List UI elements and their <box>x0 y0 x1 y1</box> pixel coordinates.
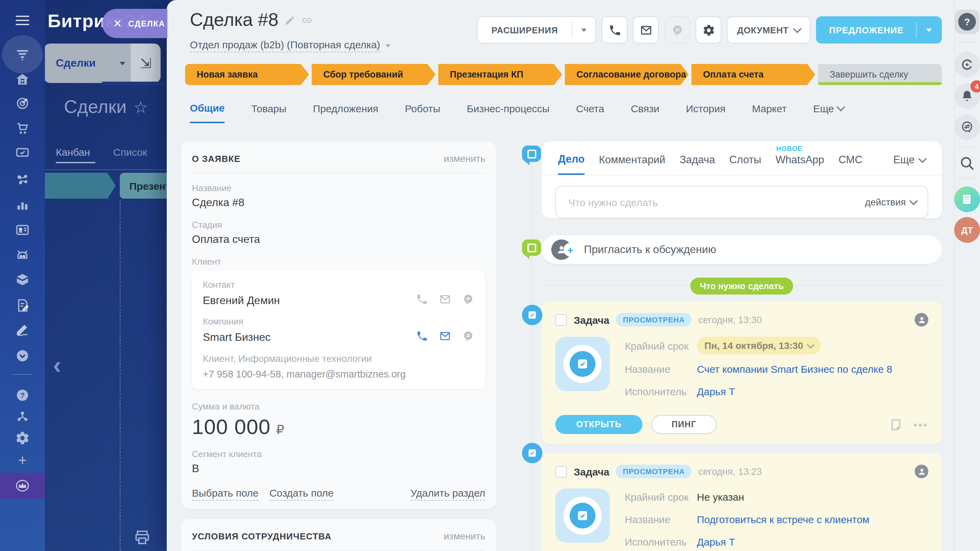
tab-bizproc[interactable]: Бизнес-процессы <box>467 102 550 123</box>
crm-funnel-icon[interactable] <box>15 47 30 62</box>
contact-card-icon[interactable] <box>15 222 30 237</box>
select-field-link[interactable]: Выбрать поле <box>192 487 259 501</box>
chat-1c-button[interactable] <box>664 16 690 43</box>
kanban-column-header[interactable] <box>42 173 116 198</box>
note-icon[interactable] <box>889 418 902 431</box>
segment-value[interactable]: B <box>192 462 485 475</box>
stream-tab-comment[interactable]: Комментарий <box>599 154 665 174</box>
view-kanban[interactable]: Канбан <box>56 146 90 158</box>
proposal-button[interactable]: ПРЕДЛОЖЕНИЕ <box>816 16 942 43</box>
expand-corner-icon[interactable]: ⇲ <box>130 43 161 83</box>
stream-tab-more[interactable]: Еще <box>893 154 926 174</box>
open-task-button[interactable]: ОТКРЫТЬ <box>555 415 643 434</box>
printer-icon[interactable] <box>134 529 151 548</box>
signature-icon[interactable] <box>15 323 30 338</box>
company-phone-icon[interactable] <box>416 330 428 342</box>
stage-close-deal[interactable]: Завершить сделку <box>818 64 942 85</box>
target-marketing-icon[interactable] <box>15 96 30 111</box>
copilot-icon[interactable] <box>954 52 980 78</box>
sites-monitor-icon[interactable] <box>15 146 30 160</box>
task-checkbox[interactable] <box>555 465 567 477</box>
stage-invoice[interactable]: Оплата счета <box>692 64 815 85</box>
task-assignee-link[interactable]: Дарья Т <box>697 385 735 397</box>
deal-amount[interactable]: 100 000 <box>192 415 270 440</box>
delete-section-link[interactable]: Удалить раздел <box>410 487 485 501</box>
call-phone-button[interactable] <box>601 16 627 43</box>
composer-input[interactable] <box>567 195 865 208</box>
stream-tab-whatsapp[interactable]: НОВОЕ WhatsApp <box>775 154 824 174</box>
task-assignee-link[interactable]: Дарья Т <box>697 536 735 547</box>
stream-tab-task[interactable]: Задача <box>679 154 715 174</box>
stage-presentation[interactable]: Презентация КП <box>438 64 562 85</box>
tab-quotes[interactable]: Предложения <box>313 102 379 123</box>
slideover-deal-tab[interactable]: ✕ СДЕЛКА <box>102 9 167 38</box>
extensions-dropdown[interactable] <box>572 28 595 32</box>
help-question-icon[interactable]: ? <box>15 388 30 403</box>
shop-cart-icon[interactable] <box>15 121 30 136</box>
company-chat-icon[interactable] <box>462 330 474 342</box>
settings-gear-button[interactable] <box>695 16 721 43</box>
help-button[interactable]: ? <box>955 10 979 34</box>
add-plus-icon[interactable]: + <box>15 453 30 468</box>
contact-chat-icon[interactable] <box>462 293 474 305</box>
notifications-bell-icon[interactable]: 4 <box>954 83 980 109</box>
company-email-icon[interactable] <box>439 330 451 342</box>
warehouse-icon[interactable] <box>15 72 30 87</box>
create-field-link[interactable]: Создать поле <box>269 487 334 501</box>
todo-pill[interactable]: Что нужно сделать <box>690 278 794 295</box>
tab-links[interactable]: Связи <box>631 102 659 123</box>
about-edit-link[interactable]: изменить <box>444 153 485 164</box>
client-contacts-text[interactable]: +7 958 100-94-58, manager@smartbiznes.or… <box>203 369 474 380</box>
contact-name[interactable]: Евгений Демин <box>203 295 280 307</box>
copy-link-icon[interactable] <box>301 14 312 25</box>
edit-pencil-icon[interactable] <box>285 14 295 25</box>
more-dots-icon[interactable]: ••• <box>913 419 928 430</box>
proposal-dropdown[interactable] <box>917 28 941 32</box>
field-name-value[interactable]: Сделка #8 <box>192 197 485 209</box>
task-author-avatar[interactable] <box>915 313 928 327</box>
company-name[interactable]: Smart Бизнес <box>203 331 270 343</box>
collapse-panel-chevron[interactable]: ‹ <box>53 351 61 380</box>
tab-robots[interactable]: Роботы <box>405 102 440 123</box>
email-button[interactable] <box>633 16 659 43</box>
task-name-link[interactable]: Подготовиться к встрече с клиентом <box>697 513 869 525</box>
user-avatar[interactable]: ДТ <box>954 217 980 243</box>
task-name-link[interactable]: Счет компании Smart Бизнес по сделке 8 <box>697 363 892 375</box>
robot-automation-icon[interactable] <box>15 247 30 262</box>
deals-breadcrumb-chip[interactable]: Сделки ⇲ <box>43 43 161 83</box>
extensions-button[interactable]: РАСШИРЕНИЯ <box>477 16 596 43</box>
sitemap-icon[interactable] <box>15 409 30 424</box>
pipeline-selector[interactable]: Отдел продаж (b2b) (Повторная сделка) <box>190 39 390 52</box>
field-stage-value[interactable]: Оплата счета <box>192 233 485 246</box>
network-share-icon[interactable] <box>15 172 30 187</box>
tab-invoices[interactable]: Счета <box>576 102 605 123</box>
contact-phone-icon[interactable] <box>416 293 428 305</box>
star-icon[interactable]: ☆ <box>134 98 148 116</box>
tab-market[interactable]: Маркет <box>752 102 787 123</box>
task-checkbox[interactable] <box>555 314 567 326</box>
contact-email-icon[interactable] <box>439 293 451 305</box>
clock-history-icon[interactable] <box>15 348 30 363</box>
stage-new-request[interactable]: Новая заявка <box>185 64 309 85</box>
analytics-chart-icon[interactable] <box>15 197 30 212</box>
search-icon[interactable] <box>959 155 975 171</box>
composer-actions[interactable]: действия <box>865 197 917 208</box>
tab-products[interactable]: Товары <box>251 102 286 123</box>
invite-row[interactable]: + Пригласить к обсуждению <box>542 235 942 264</box>
tab-history[interactable]: История <box>686 102 725 123</box>
document-edit-icon[interactable] <box>15 298 30 313</box>
news-feed-icon[interactable] <box>954 186 980 212</box>
document-button[interactable]: ДОКУМЕНТ <box>727 16 811 43</box>
view-list[interactable]: Список <box>113 146 147 158</box>
stream-tab-activity[interactable]: Дело <box>558 153 585 175</box>
stream-tab-slots[interactable]: Слоты <box>729 154 761 174</box>
messenger-icon[interactable] <box>954 114 980 140</box>
cube-box-icon[interactable] <box>15 272 30 287</box>
tab-more[interactable]: Еще <box>813 102 844 123</box>
stage-requirements[interactable]: Сбор требований <box>312 64 436 85</box>
settings-gear-icon[interactable] <box>15 430 30 446</box>
task-author-avatar[interactable] <box>915 465 928 478</box>
stream-tab-sms[interactable]: СМС <box>838 154 862 174</box>
stage-contract[interactable]: Согласование договора <box>565 64 689 85</box>
tab-general[interactable]: Общие <box>190 102 224 123</box>
